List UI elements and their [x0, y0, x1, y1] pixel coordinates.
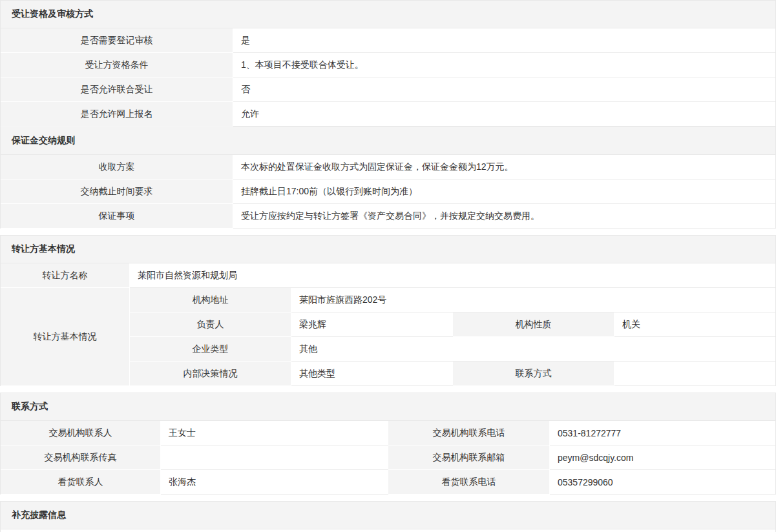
section-title: 联系方式 [1, 393, 775, 421]
field-label: 内部决策情况 [130, 362, 291, 386]
field-value: 允许 [233, 102, 775, 127]
table-row: 收取方案 本次标的处置保证金收取方式为固定保证金，保证金金额为12万元。 [1, 155, 775, 179]
table-row: 是否需要登记审核 是 [1, 28, 775, 53]
field-label: 是否需要登记审核 [1, 28, 233, 53]
field-label: 交易机构联系人 [1, 421, 161, 445]
field-value: 张海杰 [161, 470, 388, 495]
field-label: 看货联系电话 [388, 470, 550, 495]
section-title: 保证金交纳规则 [1, 127, 775, 155]
section-header-row: 联系方式 [1, 393, 775, 421]
field-value: 其他 [291, 337, 775, 362]
field-label: 负责人 [130, 312, 291, 337]
field-label: 看货联系人 [1, 470, 161, 495]
field-label: 交易机构联系电话 [388, 421, 550, 445]
table-row: 交易机构联系传真 交易机构联系邮箱 peym@sdcqjy.com [1, 445, 775, 470]
table-row: 交纳截止时间要求 挂牌截止日17:00前（以银行到账时间为准） [1, 179, 775, 204]
field-value: 其他类型 [291, 362, 453, 386]
field-label: 机构地址 [130, 288, 291, 312]
table-row: 受让方资格条件 1、本项目不接受联合体受让。 [1, 53, 775, 77]
table-row: 保证事项 受让方应按约定与转让方签署《资产交易合同》，并按规定交纳交易费用。 [1, 204, 775, 229]
field-value: 0531-81272777 [550, 421, 775, 445]
field-value: peym@sdcqjy.com [550, 445, 775, 470]
section-transferor-table: 转让方基本情况 转让方名称 莱阳市自然资源和规划局 转让方基本情况 机构地址 莱… [0, 235, 776, 386]
section-contact-table: 联系方式 交易机构联系人 王女士 交易机构联系电话 0531-81272777 … [0, 393, 776, 495]
group-label: 转让方基本情况 [1, 288, 130, 386]
table-row: 看货联系人 张海杰 看货联系电话 05357299060 [1, 470, 775, 495]
section-qualification-table: 受让资格及审核方式 是否需要登记审核 是 受让方资格条件 1、本项目不接受联合体… [0, 0, 776, 127]
field-label: 是否允许网上报名 [1, 102, 233, 127]
field-label: 交易机构联系传真 [1, 445, 161, 470]
section-header-row: 保证金交纳规则 [1, 127, 775, 155]
empty-disclosure-text: 暂无补充披露信息 [1, 529, 775, 532]
field-label: 交纳截止时间要求 [1, 179, 233, 204]
field-label: 受让方资格条件 [1, 53, 233, 77]
field-value: 1、本项目不接受联合体受让。 [233, 53, 775, 77]
field-value: 本次标的处置保证金收取方式为固定保证金，保证金金额为12万元。 [233, 155, 775, 179]
field-value: 莱阳市自然资源和规划局 [130, 263, 775, 288]
field-label: 保证事项 [1, 204, 233, 229]
field-value: 莱阳市旌旗西路202号 [291, 288, 775, 312]
field-value: 梁兆辉 [291, 312, 453, 337]
section-deposit-table: 保证金交纳规则 收取方案 本次标的处置保证金收取方式为固定保证金，保证金金额为1… [0, 127, 776, 229]
section-title: 转让方基本情况 [1, 235, 775, 263]
field-value: 否 [233, 77, 775, 102]
field-value: 受让方应按约定与转让方签署《资产交易合同》，并按规定交纳交易费用。 [233, 204, 775, 229]
section-header-row: 转让方基本情况 [1, 235, 775, 263]
field-label: 联系方式 [453, 362, 614, 386]
section-header-row: 受让资格及审核方式 [1, 0, 775, 28]
field-value: 05357299060 [550, 470, 775, 495]
table-row: 暂无补充披露信息 [1, 529, 775, 532]
field-label: 收取方案 [1, 155, 233, 179]
field-value: 机关 [614, 312, 775, 337]
table-row: 是否允许联合受让 否 [1, 77, 775, 102]
section-title: 补充披露信息 [1, 501, 775, 529]
field-label: 企业类型 [130, 337, 291, 362]
field-value: 王女士 [161, 421, 388, 445]
field-label: 交易机构联系邮箱 [388, 445, 550, 470]
field-value: 是 [233, 28, 775, 53]
section-supplementary-table: 补充披露信息 暂无补充披露信息 [0, 501, 776, 532]
field-value [161, 445, 388, 470]
table-row: 交易机构联系人 王女士 交易机构联系电话 0531-81272777 [1, 421, 775, 445]
section-title: 受让资格及审核方式 [1, 0, 775, 28]
field-label: 转让方名称 [1, 263, 130, 288]
table-row: 转让方基本情况 机构地址 莱阳市旌旗西路202号 [1, 288, 775, 312]
section-header-row: 补充披露信息 [1, 501, 775, 529]
field-label: 是否允许联合受让 [1, 77, 233, 102]
table-row: 转让方名称 莱阳市自然资源和规划局 [1, 263, 775, 288]
field-label: 机构性质 [453, 312, 614, 337]
table-row: 是否允许网上报名 允许 [1, 102, 775, 127]
field-value: 挂牌截止日17:00前（以银行到账时间为准） [233, 179, 775, 204]
field-value [614, 362, 775, 386]
